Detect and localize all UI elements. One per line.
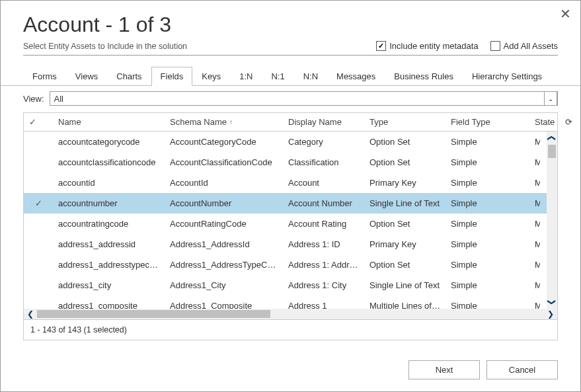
cell-type: Primary Key (364, 239, 445, 249)
cell-state: Managed (529, 178, 540, 188)
cell-display: Account Rating (283, 219, 364, 229)
checkbox-unchecked-icon (490, 41, 500, 51)
include-metadata-checkbox[interactable]: Include entity metadata (376, 41, 478, 51)
cell-display: Classification (283, 157, 364, 167)
select-all-checkbox[interactable]: ✓ (24, 113, 53, 131)
scroll-down-icon[interactable]: ❯ (545, 297, 557, 307)
cell-field-type: Simple (445, 260, 529, 270)
cell-field-type: Simple (445, 178, 529, 188)
hscroll-track[interactable] (37, 309, 544, 319)
cell-state: Managed (529, 137, 540, 147)
cell-schema: Address1_City (165, 280, 283, 290)
cell-schema: Address1_AddressId (165, 239, 283, 249)
cell-state: Managed (529, 198, 540, 208)
view-select-value: All (54, 94, 63, 104)
tab-hierarchy-settings[interactable]: Hierarchy Settings (463, 67, 551, 86)
page-subtitle: Select Entity Assets to Include in the s… (23, 42, 187, 51)
close-icon[interactable]: ✕ (560, 6, 571, 22)
cell-display: Account (283, 178, 364, 188)
row-checkbox[interactable]: ✓ (24, 198, 53, 208)
cell-type: Option Set (364, 219, 445, 229)
cell-schema: AccountClassificationCode (165, 157, 283, 167)
tab-messages[interactable]: Messages (327, 67, 385, 86)
view-label: View: (23, 94, 44, 104)
cell-display: Address 1 (283, 301, 364, 309)
cell-name: accountcategorycode (53, 137, 165, 147)
col-state[interactable]: State (529, 113, 560, 131)
cell-name: address1_composite (53, 301, 165, 309)
tab-forms[interactable]: Forms (23, 67, 66, 86)
table-row[interactable]: address1_addressidAddress1_AddressIdAddr… (24, 234, 557, 255)
horizontal-scrollbar[interactable]: ❮ ❯ (24, 309, 557, 319)
cell-display: Category (283, 137, 364, 147)
add-all-assets-label: Add All Assets (504, 41, 558, 51)
refresh-icon: ⟳ (565, 117, 572, 127)
cell-name: accountratingcode (53, 219, 165, 229)
cell-field-type: Simple (445, 280, 529, 290)
vscroll-track[interactable] (547, 145, 557, 295)
table-row[interactable]: address1_compositeAddress1_CompositeAddr… (24, 295, 557, 309)
view-selector-row: View: All ⌄ (1, 86, 580, 108)
cell-display: Account Number (283, 198, 364, 208)
view-select[interactable]: All ⌄ (50, 91, 558, 106)
cell-display: Address 1: City (283, 280, 364, 290)
subtitle-row: Select Entity Assets to Include in the s… (23, 41, 558, 56)
tab-keys[interactable]: Keys (192, 67, 230, 86)
table-header: ✓ Name Schema Name↑ Display Name Type Fi… (24, 113, 557, 132)
col-field-type[interactable]: Field Type (445, 113, 529, 131)
table-row[interactable]: accountratingcodeAccountRatingCodeAccoun… (24, 214, 557, 234)
cell-field-type: Simple (445, 198, 529, 208)
tab-views[interactable]: Views (66, 67, 107, 86)
cancel-button[interactable]: Cancel (486, 360, 558, 379)
sort-asc-icon: ↑ (229, 118, 233, 126)
cell-name: address1_addressid (53, 239, 165, 249)
cell-name: accountid (53, 178, 165, 188)
cell-name: accountnumber (53, 198, 165, 208)
cell-type: Single Line of Text (364, 198, 445, 208)
dialog-window: ✕ Account - 1 of 3 Select Entity Assets … (0, 0, 581, 392)
tab-business-rules[interactable]: Business Rules (385, 67, 463, 86)
col-schema-name[interactable]: Schema Name↑ (165, 113, 283, 131)
vscroll-thumb[interactable] (548, 145, 556, 158)
header-checkboxes: Include entity metadata Add All Assets (376, 41, 558, 51)
cell-field-type: Simple (445, 239, 529, 249)
tab-fields[interactable]: Fields (151, 67, 193, 86)
tab-charts[interactable]: Charts (107, 67, 151, 86)
cell-type: Option Set (364, 157, 445, 167)
table-row[interactable]: address1_cityAddress1_CityAddress 1: Cit… (24, 275, 557, 295)
scroll-up-icon[interactable]: ❮ (545, 133, 557, 143)
cell-schema: AccountNumber (165, 198, 283, 208)
col-type[interactable]: Type (364, 113, 445, 131)
include-metadata-label: Include entity metadata (389, 41, 478, 51)
cell-state: Managed (529, 280, 540, 290)
table-body: accountcategorycodeAccountCategoryCodeCa… (24, 132, 557, 309)
next-button[interactable]: Next (408, 360, 480, 379)
cell-name: address1_addresstypecode (53, 260, 165, 270)
cell-field-type: Simple (445, 157, 529, 167)
hscroll-thumb[interactable] (37, 310, 270, 318)
tab-nn[interactable]: N:N (294, 67, 327, 86)
col-display-name[interactable]: Display Name (283, 113, 364, 131)
cell-state: Managed (529, 239, 540, 249)
table-row[interactable]: accountclassificationcodeAccountClassifi… (24, 152, 557, 173)
tab-1n[interactable]: 1:N (230, 67, 262, 86)
scroll-right-icon[interactable]: ❯ (544, 309, 557, 319)
tab-n1[interactable]: N:1 (262, 67, 293, 86)
cell-field-type: Simple (445, 219, 529, 229)
cell-name: accountclassificationcode (53, 157, 165, 167)
cell-schema: Address1_Composite (165, 301, 283, 309)
cell-field-type: Simple (445, 137, 529, 147)
table-row[interactable]: address1_addresstypecodeAddress1_Address… (24, 255, 557, 275)
cell-display: Address 1: ID (283, 239, 364, 249)
cell-type: Single Line of Text (364, 280, 445, 290)
cell-schema: AccountId (165, 178, 283, 188)
table-row[interactable]: ✓accountnumberAccountNumberAccount Numbe… (24, 193, 557, 214)
vertical-scrollbar[interactable]: ❮ ❯ (547, 132, 557, 309)
scroll-left-icon[interactable]: ❮ (24, 309, 37, 319)
add-all-assets-checkbox[interactable]: Add All Assets (490, 41, 558, 51)
col-name[interactable]: Name (53, 113, 165, 131)
refresh-button[interactable]: ⟳ (560, 113, 581, 131)
table-row[interactable]: accountcategorycodeAccountCategoryCodeCa… (24, 132, 557, 152)
cell-type: Primary Key (364, 178, 445, 188)
table-row[interactable]: accountidAccountIdAccountPrimary KeySimp… (24, 173, 557, 193)
